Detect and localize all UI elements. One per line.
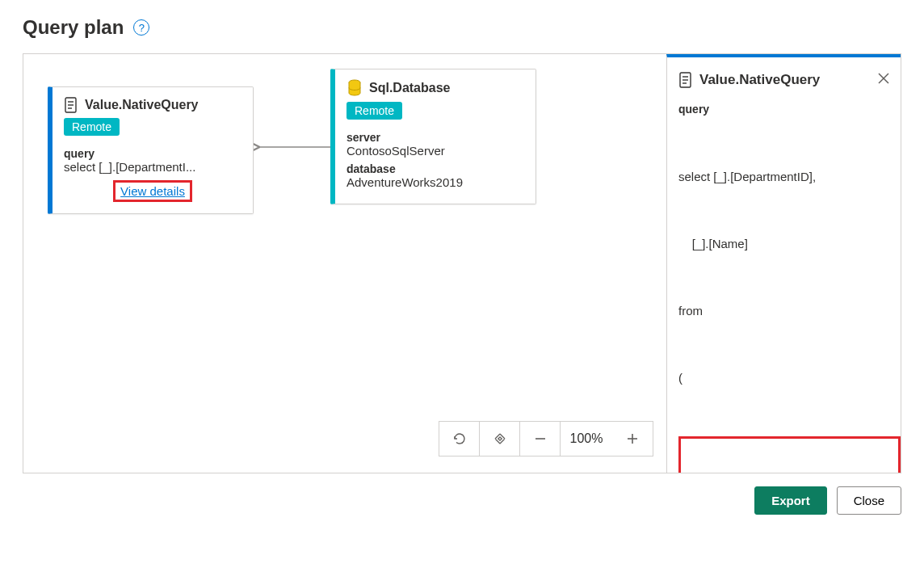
plus-icon (625, 431, 640, 446)
close-icon[interactable] (878, 73, 889, 87)
node-sql-database[interactable]: Sql.Database Remote server ContosoSqlSer… (330, 69, 536, 204)
server-label: server (346, 131, 524, 144)
node-title: Value.NativeQuery (85, 98, 199, 112)
connector-arrow (254, 139, 334, 155)
node-header: Sql.Database (335, 69, 536, 102)
query-preview: select [_].[DepartmentI... (64, 160, 242, 174)
export-button[interactable]: Export (754, 486, 827, 515)
node-title: Sql.Database (369, 81, 450, 95)
reset-view-button[interactable] (439, 422, 480, 456)
database-label: database (346, 162, 524, 175)
script-icon (64, 97, 78, 113)
page-title: Query plan (23, 16, 124, 39)
zoom-toolbar: 100% (439, 421, 653, 457)
dialog-header: Query plan ? (23, 16, 901, 39)
details-panel: Value.NativeQuery query select [_].[Depa… (666, 54, 901, 473)
svg-rect-6 (498, 437, 501, 440)
query-full-text: select [_].[DepartmentID], [_].[Name] fr… (678, 120, 901, 473)
close-button[interactable]: Close (837, 486, 901, 515)
reset-icon (452, 431, 467, 446)
database-value: AdventureWorks2019 (346, 175, 524, 189)
zoom-out-button[interactable] (520, 422, 561, 456)
zoom-level: 100% (561, 431, 612, 446)
details-query-label: query (678, 103, 901, 116)
help-icon[interactable]: ? (133, 19, 149, 36)
minus-icon (533, 431, 548, 446)
node-body: Remote query select [_].[DepartmentI... … (52, 118, 253, 213)
database-icon (346, 79, 363, 97)
dialog-footer: Export Close (23, 486, 901, 515)
query-plan-canvas[interactable]: Value.NativeQuery Remote query select [_… (23, 54, 666, 473)
remote-badge: Remote (346, 102, 402, 120)
highlight-annotation-inner-query: SELECT DepartmentID, Name FROM HumanReso… (678, 436, 901, 473)
node-value-nativequery[interactable]: Value.NativeQuery Remote query select [_… (48, 86, 254, 214)
highlight-annotation: View details (113, 180, 192, 202)
remote-badge: Remote (64, 118, 120, 136)
fit-view-button[interactable] (480, 422, 520, 456)
node-header: Value.NativeQuery (52, 87, 253, 118)
node-body: Remote server ContosoSqlServer database … (335, 102, 536, 204)
zoom-in-button[interactable] (612, 422, 653, 456)
server-value: ContosoSqlServer (346, 144, 524, 158)
details-panel-header: Value.NativeQuery (678, 72, 901, 88)
query-label: query (64, 147, 242, 160)
script-icon (678, 72, 693, 88)
fit-icon (492, 431, 508, 447)
workspace: Value.NativeQuery Remote query select [_… (23, 53, 901, 473)
details-title: Value.NativeQuery (699, 72, 820, 88)
view-details-link[interactable]: View details (120, 184, 185, 198)
